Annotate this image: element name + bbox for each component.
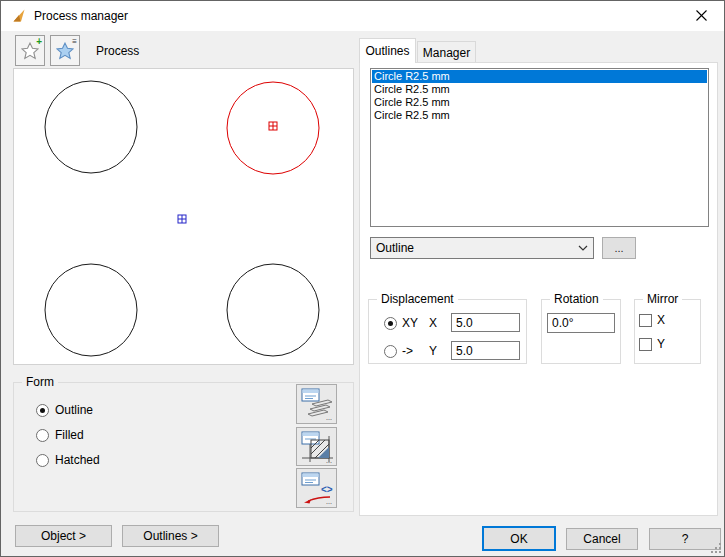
mirror-y-label: Y	[657, 337, 665, 351]
radio-icon	[36, 429, 49, 442]
svg-text:...: ...	[326, 457, 332, 464]
menu-badge-icon: ≡	[72, 37, 77, 46]
displacement-x-label: X	[429, 316, 437, 330]
form-option-label: Hatched	[55, 453, 100, 467]
process-layers-button[interactable]: ...	[296, 384, 337, 424]
outline-type-combobox[interactable]: Outline	[370, 237, 594, 259]
anchor-marker-icon[interactable]	[269, 122, 277, 130]
rotation-groupbox: Rotation	[541, 299, 621, 364]
process-label: Process	[96, 44, 139, 58]
combobox-value: Outline	[371, 241, 573, 255]
svg-text:...: ...	[326, 414, 332, 421]
outlines-button[interactable]: Outlines >	[122, 525, 219, 547]
displacement-group-label: Displacement	[377, 292, 458, 306]
process-menu-button[interactable]: ≡	[50, 35, 80, 66]
displacement-vector-radio[interactable]	[384, 345, 397, 358]
form-option-hatched[interactable]: Hatched	[36, 453, 100, 467]
svg-text:<>: <>	[321, 484, 333, 495]
process-code-button[interactable]: <> ...	[296, 468, 337, 508]
object-button[interactable]: Object >	[15, 525, 112, 547]
form-option-outline[interactable]: Outline	[36, 403, 100, 417]
star-menu-icon	[56, 42, 74, 60]
layers-icon: ...	[300, 387, 334, 421]
rotation-input[interactable]	[547, 313, 615, 333]
displacement-xy-label: XY	[402, 316, 418, 330]
hatch-fill-icon: ...	[300, 430, 334, 464]
plus-badge-icon: +	[36, 37, 42, 46]
outline-list-item[interactable]: Circle R2.5 mm	[372, 109, 707, 122]
outline-listbox[interactable]: Circle R2.5 mmCircle R2.5 mmCircle R2.5 …	[370, 68, 709, 227]
radio-icon	[36, 404, 49, 417]
close-button[interactable]	[679, 1, 724, 30]
outline-more-button[interactable]: ...	[602, 237, 636, 259]
process-manager-dialog: Process manager + ≡ Process Form Outline…	[0, 0, 725, 557]
tab-outlines-label: Outlines	[365, 44, 409, 58]
process-preview-canvas[interactable]	[13, 68, 354, 365]
svg-text:...: ...	[326, 498, 332, 505]
add-process-button[interactable]: +	[15, 35, 45, 66]
form-option-filled[interactable]: Filled	[36, 428, 100, 442]
tab-manager-label: Manager	[423, 46, 470, 60]
displacement-groupbox: Displacement XY X -> Y	[368, 299, 527, 364]
outline-list-item[interactable]: Circle R2.5 mm	[372, 70, 707, 83]
outline-circle[interactable]	[45, 81, 137, 173]
displacement-y-input[interactable]	[451, 341, 520, 360]
tab-outlines[interactable]: Outlines	[359, 38, 416, 63]
form-options: OutlineFilledHatched	[36, 403, 100, 467]
window-title: Process manager	[34, 9, 128, 23]
cancel-button[interactable]: Cancel	[566, 528, 638, 550]
title-bar: Process manager	[1, 1, 724, 31]
displacement-x-input[interactable]	[451, 313, 520, 332]
outline-circle[interactable]	[45, 264, 137, 356]
outline-circle[interactable]	[227, 264, 319, 356]
tab-manager[interactable]: Manager	[417, 41, 476, 63]
insert-code-icon: <> ...	[300, 471, 334, 505]
preview-drawing	[14, 69, 353, 364]
outline-list-item[interactable]: Circle R2.5 mm	[372, 83, 707, 96]
anchor-marker-icon[interactable]	[178, 215, 186, 223]
form-group-label: Form	[22, 375, 58, 389]
ok-button[interactable]: OK	[482, 526, 556, 551]
mirror-groupbox: Mirror X Y	[634, 299, 701, 364]
process-fill-button[interactable]: ...	[296, 427, 337, 466]
form-option-label: Outline	[55, 403, 93, 417]
mirror-x-checkbox[interactable]	[639, 314, 652, 327]
form-option-label: Filled	[55, 428, 84, 442]
mirror-y-checkbox[interactable]	[639, 338, 652, 351]
rotation-group-label: Rotation	[550, 292, 603, 306]
resize-grip[interactable]	[710, 542, 722, 554]
app-logo-icon	[11, 8, 27, 24]
close-icon	[696, 10, 707, 21]
outline-list-item[interactable]: Circle R2.5 mm	[372, 96, 707, 109]
mirror-x-label: X	[657, 313, 665, 327]
displacement-xy-radio[interactable]	[384, 317, 397, 330]
mirror-group-label: Mirror	[643, 292, 682, 306]
displacement-y-label: Y	[429, 344, 437, 358]
chevron-down-icon	[573, 245, 593, 251]
displacement-vector-label: ->	[402, 344, 413, 358]
radio-icon	[36, 454, 49, 467]
